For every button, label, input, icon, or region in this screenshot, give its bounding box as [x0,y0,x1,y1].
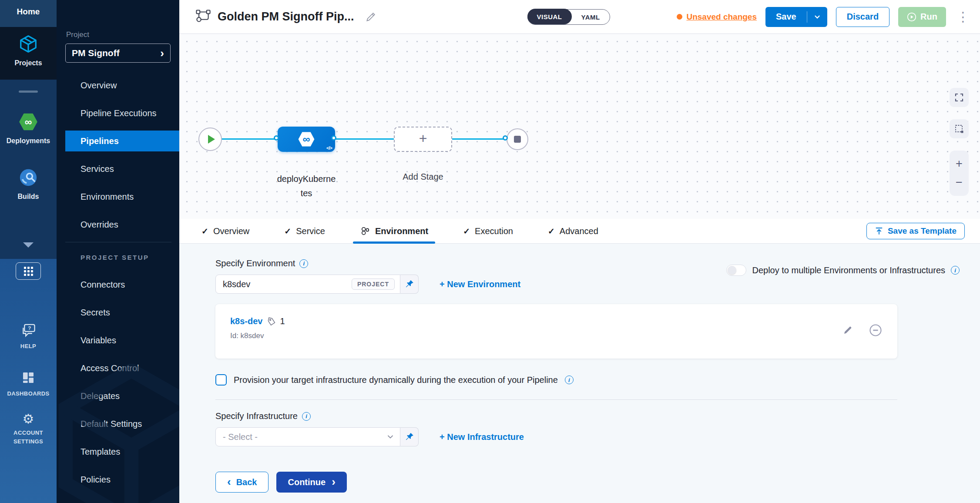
multi-env-toggle-row: Deploy to multiple Environments or Infra… [726,265,960,276]
run-button[interactable]: Run [898,7,946,27]
pipeline-studio-app: Home Projects ∞ Deployments Builds [0,0,980,503]
pin-environment-button[interactable] [400,275,419,294]
new-infrastructure-link[interactable]: + New Infrastructure [440,432,524,442]
fullscreen-button[interactable] [950,88,969,107]
svg-text:∞: ∞ [302,133,310,145]
tab-service[interactable]: ✓ Service [284,219,325,244]
info-icon[interactable]: i [951,266,960,275]
end-node[interactable] [507,128,528,150]
dashboards-icon [21,371,35,386]
tag-count: 1 [280,316,285,326]
new-environment-link[interactable]: + New Environment [440,279,520,289]
pipeline-header: Golden PM Signoff Pip... VISUAL YAML Uns… [179,0,980,34]
continue-button[interactable]: Continue › [276,472,346,493]
environment-card: k8s-dev 1 Id: k8sdev [215,304,897,359]
nav-dashboards[interactable]: DASHBOARDS [7,371,49,398]
project-name: PM Signoff [72,48,120,58]
builds-label: Builds [18,193,39,201]
environment-select-field[interactable]: k8sdev PROJECT [215,275,400,294]
pin-icon [405,279,414,289]
toggle-visual[interactable]: VISUAL [527,9,572,24]
nav-account-settings[interactable]: ⚙ ACCOUNT SETTINGS [13,412,43,446]
kebab-menu-icon[interactable]: ⋮ [955,10,971,23]
info-icon[interactable]: i [299,259,308,268]
zoom-out-button[interactable]: − [956,177,963,188]
sidebar-watermark-hexagon [57,364,179,503]
zoom-controls: + − [950,151,969,196]
check-icon: ✓ [284,226,291,236]
tab-advanced[interactable]: ✓ Advanced [548,219,598,244]
provision-checkbox[interactable] [215,374,227,386]
sidebar-item-services[interactable]: Services [57,158,179,179]
pipeline-canvas[interactable]: ∞ </> + deployKubernetes Add Stage + [179,34,980,219]
nav-builds[interactable]: Builds [18,168,39,201]
environment-icon [360,226,370,236]
environment-card-info: k8s-dev 1 Id: k8sdev [230,316,285,346]
environment-id: Id: k8sdev [230,332,285,340]
deployments-label: Deployments [7,137,50,145]
nav-deployments[interactable]: ∞ Deployments [7,112,50,145]
connector-dot[interactable] [503,135,508,141]
pin-infrastructure-button[interactable] [400,427,419,446]
rail-divider [19,91,38,93]
save-dropdown-chevron-icon[interactable] [807,13,827,21]
builds-ci-icon [18,168,38,189]
sidebar-item-environments[interactable]: Environments [57,186,179,207]
dashboards-label: DASHBOARDS [7,389,49,398]
sidebar-item-connectors[interactable]: Connectors [57,274,179,295]
toggle-yaml[interactable]: YAML [572,13,610,21]
stop-square-icon [514,136,521,143]
unsaved-dot-icon [677,14,682,20]
projects-cube-icon [18,34,38,56]
save-as-template-button[interactable]: Save as Template [866,223,965,239]
environment-name-link[interactable]: k8s-dev [230,316,263,326]
visual-yaml-toggle[interactable]: VISUAL YAML [527,9,610,25]
discard-button[interactable]: Discard [836,7,889,27]
chevron-down-icon [386,433,395,441]
check-icon: ✓ [548,226,555,236]
svg-text:?: ? [28,325,31,331]
nav-projects[interactable]: Projects [0,27,57,80]
edit-environment-pencil-icon[interactable] [842,325,853,338]
connector-dot[interactable] [331,135,336,141]
sidebar-item-overrides[interactable]: Overrides [57,214,179,235]
environment-input-row: k8sdev PROJECT + New Environment [215,275,980,294]
project-selector[interactable]: PM Signoff › [65,44,171,63]
connector-dot[interactable] [274,135,279,141]
stage-node-deploykubernetes[interactable]: ∞ </> [278,127,335,152]
unsaved-changes[interactable]: Unsaved changes [677,12,757,22]
tab-overview[interactable]: ✓ Overview [201,219,249,244]
sidebar-item-overview[interactable]: Overview [57,75,179,96]
fullscreen-icon [954,92,964,103]
infrastructure-input-row: - Select - + New Infrastructure [215,427,980,446]
info-icon[interactable]: i [302,412,311,421]
sidebar-item-pipelines[interactable]: Pipelines [65,131,179,151]
tab-environment[interactable]: Environment [360,219,428,244]
zoom-in-button[interactable]: + [956,158,963,170]
save-button[interactable]: Save [765,12,807,22]
module-grid-button[interactable] [16,262,41,280]
info-icon[interactable]: i [565,376,574,384]
tab-execution[interactable]: ✓ Execution [463,219,513,244]
sidebar-item-secrets[interactable]: Secrets [57,302,179,323]
main-area: Golden PM Signoff Pip... VISUAL YAML Uns… [179,0,980,503]
home-label: Home [17,7,40,27]
nav-help[interactable]: ? HELP [20,323,36,351]
multi-env-toggle[interactable] [726,265,746,276]
remove-environment-icon[interactable] [869,323,883,339]
start-node[interactable] [198,127,222,151]
sidebar-item-pipeline-executions[interactable]: Pipeline Executions [57,103,179,124]
back-button[interactable]: ‹ Back [215,472,268,493]
chevron-right-icon: › [332,476,336,487]
sidebar-item-variables[interactable]: Variables [57,330,179,351]
save-split-button: Save [765,7,827,27]
scope-badge: PROJECT [352,278,395,290]
multi-select-button[interactable] [950,119,969,138]
header-actions: Unsaved changes Save Discard Run ⋮ [677,7,971,27]
edit-title-pencil-icon[interactable] [365,11,376,23]
add-stage-node[interactable]: + [394,127,452,152]
rail-collapse-chevron-icon[interactable] [23,242,34,248]
nav-home[interactable]: Home [0,0,57,27]
sidebar-divider [65,242,171,242]
infrastructure-select-field[interactable]: - Select - [215,427,400,446]
